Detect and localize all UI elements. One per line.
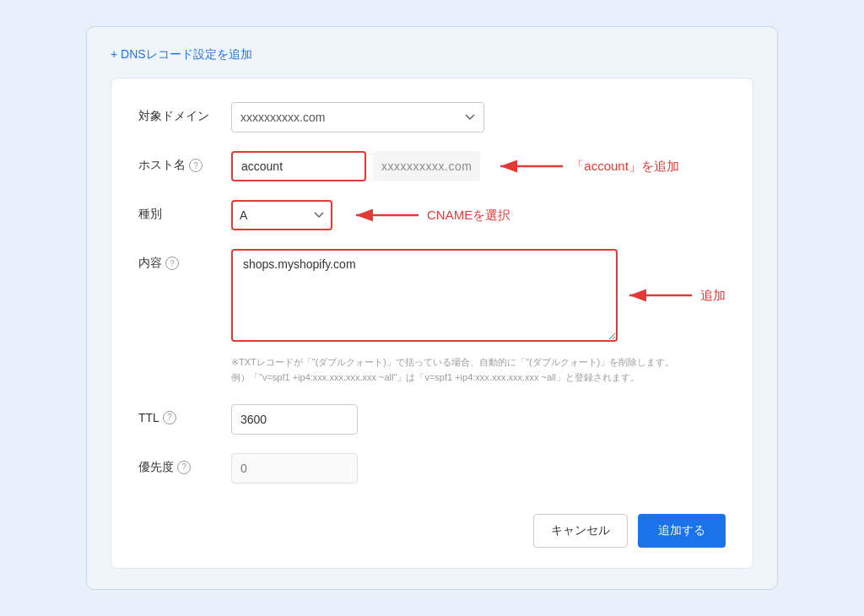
content-label: 内容 ? bbox=[138, 249, 231, 271]
hostname-annotation: 「account」を追加 bbox=[497, 158, 679, 175]
ttl-row: TTL ? bbox=[138, 404, 726, 435]
content-annotation-text: 追加 bbox=[700, 288, 726, 304]
hostname-controls: xxxxxxxxxx.com 「account」を追加 bbox=[231, 151, 726, 181]
ttl-label: TTL ? bbox=[138, 404, 231, 424]
type-annotation: CNAMEを選択 bbox=[353, 207, 510, 224]
priority-label: 優先度 ? bbox=[138, 453, 231, 475]
inner-card: 対象ドメイン xxxxxxxxxx.com ホスト名 ? xxxxxxxxxx.… bbox=[111, 78, 753, 568]
page-header: + DNSレコード設定を追加 bbox=[111, 47, 753, 62]
ttl-help-icon[interactable]: ? bbox=[163, 411, 176, 424]
content-controls: 追加 ※TXTレコードが「"(ダブルクォート)」で括っている場合、自動的に「"(… bbox=[231, 249, 726, 385]
content-annotation: 追加 bbox=[626, 287, 726, 304]
type-select[interactable]: A bbox=[231, 200, 332, 230]
hint-text: ※TXTレコードが「"(ダブルクォート)」で括っている場合、自動的に「"(ダブル… bbox=[231, 355, 674, 385]
type-row: 種別 A CNAMEを選択 bbox=[138, 200, 726, 230]
type-controls: A CNAMEを選択 bbox=[231, 200, 726, 230]
priority-help-icon[interactable]: ? bbox=[177, 461, 191, 474]
type-annotation-text: CNAMEを選択 bbox=[427, 208, 510, 224]
hostname-help-icon[interactable]: ? bbox=[189, 159, 202, 172]
hostname-annotation-text: 「account」を追加 bbox=[571, 159, 679, 175]
cancel-button[interactable]: キャンセル bbox=[533, 514, 628, 548]
hostname-input[interactable] bbox=[231, 151, 366, 181]
content-arrow-icon bbox=[626, 287, 694, 304]
ttl-controls bbox=[231, 404, 726, 435]
content-help-icon[interactable]: ? bbox=[165, 257, 179, 270]
footer-buttons: キャンセル 追加する bbox=[138, 504, 726, 548]
hostname-label: ホスト名 ? bbox=[138, 151, 231, 173]
domain-controls: xxxxxxxxxx.com bbox=[231, 102, 726, 132]
content-textarea[interactable] bbox=[231, 249, 618, 342]
ttl-input[interactable] bbox=[231, 404, 358, 435]
content-row: 内容 ? 追加 bbox=[138, 249, 726, 385]
outer-card: + DNSレコード設定を追加 対象ドメイン xxxxxxxxxx.com ホスト… bbox=[86, 26, 778, 589]
submit-button[interactable]: 追加する bbox=[638, 514, 726, 548]
type-label: 種別 bbox=[138, 200, 231, 222]
priority-row: 優先度 ? bbox=[138, 453, 726, 484]
hostname-arrow-icon bbox=[497, 158, 564, 175]
priority-controls bbox=[231, 453, 726, 484]
content-input-row: 追加 bbox=[231, 249, 726, 342]
page-header-label: + DNSレコード設定を追加 bbox=[111, 47, 252, 62]
domain-label: 対象ドメイン bbox=[138, 102, 231, 124]
domain-suffix-display: xxxxxxxxxx.com bbox=[373, 151, 480, 181]
domain-select[interactable]: xxxxxxxxxx.com bbox=[231, 102, 484, 132]
priority-input[interactable] bbox=[231, 453, 358, 484]
type-arrow-icon bbox=[353, 207, 420, 224]
hostname-row: ホスト名 ? xxxxxxxxxx.com 「ac bbox=[138, 151, 726, 181]
domain-row: 対象ドメイン xxxxxxxxxx.com bbox=[138, 102, 726, 132]
